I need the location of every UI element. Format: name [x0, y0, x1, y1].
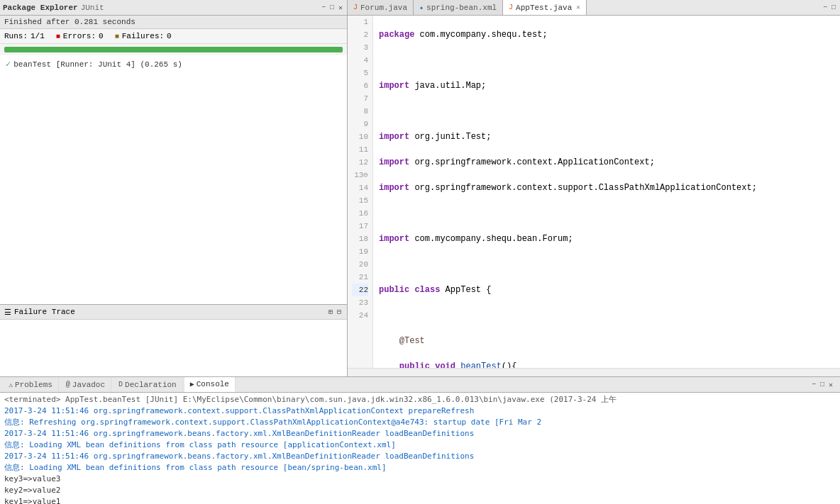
editor-scrollbar-h[interactable]: [348, 368, 840, 376]
code-line-14: public void beanTest(){: [379, 360, 834, 368]
java-file-icon-1: J: [353, 4, 358, 11]
editor-maximize-icon[interactable]: □: [830, 3, 837, 12]
bottom-panel: ⚠ Problems @ Javadoc D Declaration ▶ Con…: [0, 376, 840, 504]
console-line-6: 信息: Loading XML bean definitions from cl…: [4, 462, 836, 474]
code-line-12: [379, 309, 834, 322]
xml-file-icon: ✦: [419, 4, 424, 12]
code-line-8: [379, 207, 834, 220]
tab-apptest-label: AppTest.java: [516, 4, 572, 12]
failures-label: Failures:: [122, 32, 164, 40]
ln-21: 21: [352, 271, 368, 284]
editor-minimize-icon[interactable]: −: [822, 3, 829, 12]
tab-declaration[interactable]: D Declaration: [113, 377, 183, 392]
maximize-icon[interactable]: □: [328, 3, 336, 13]
ln-2: 2: [352, 28, 368, 41]
console-icon: ▶: [190, 380, 194, 388]
ln-6: 6: [352, 79, 368, 92]
code-line-1: package com.mycompany.shequ.test;: [379, 28, 834, 41]
console-line-3: 2017-3-24 11:51:46 org.springframework.b…: [4, 428, 836, 439]
code-content[interactable]: package com.mycompany.shequ.test; import…: [373, 16, 840, 368]
failure-trace-more-icon[interactable]: ⊟: [336, 307, 343, 317]
failure-icon: ■: [115, 33, 119, 40]
ln-23: 23: [352, 296, 368, 309]
failure-trace-icon: ☰: [4, 308, 11, 317]
code-line-5: import org.junit.Test;: [379, 130, 834, 143]
failures-value: 0: [167, 32, 172, 40]
runs-label: Runs:: [4, 32, 28, 40]
left-panel-header: Package Explorer JUnit − □ ✕: [0, 0, 347, 16]
junit-status: Finished after 0.281 seconds: [0, 16, 347, 29]
tab-problems[interactable]: ⚠ Problems: [3, 377, 59, 392]
main-area: Package Explorer JUnit − □ ✕ Finished af…: [0, 0, 840, 376]
java-file-icon-2: J: [509, 4, 513, 11]
tab-javadoc[interactable]: @ Javadoc: [60, 377, 111, 392]
errors-value: 0: [99, 32, 104, 40]
ln-10: 10: [352, 130, 368, 143]
junit-tab[interactable]: JUnit: [81, 4, 104, 12]
ln-18: 18: [352, 233, 368, 245]
close-left-icon[interactable]: ✕: [337, 3, 344, 13]
ln-4: 4: [352, 54, 368, 67]
ln-17: 17: [352, 220, 368, 233]
panel-header-icons: − □ ✕: [320, 3, 344, 13]
tab-javadoc-label: Javadoc: [72, 381, 105, 389]
bottom-tabs-bar: ⚠ Problems @ Javadoc D Declaration ▶ Con…: [0, 377, 840, 393]
console-maximize-icon[interactable]: □: [819, 380, 826, 390]
tab-console-label: Console: [197, 380, 229, 388]
failure-trace-label: Failure Trace: [14, 308, 75, 316]
console-line-8: key2=>value2: [4, 485, 836, 496]
code-line-7: import org.springframework.context.suppo…: [379, 181, 834, 194]
failure-trace-expand-icon[interactable]: ⊞: [327, 307, 334, 317]
test-item[interactable]: ✓ beanTest [Runner: JUnit 4] (0.265 s): [0, 57, 347, 72]
console-minimize-icon[interactable]: −: [810, 380, 817, 390]
ln-16: 16: [352, 207, 368, 220]
ln-13: 13⊖: [352, 169, 368, 181]
error-icon: ■: [56, 33, 60, 40]
runs-stat: Runs: 1/1: [4, 32, 45, 40]
progress-bar-fill: [4, 47, 343, 52]
test-label: beanTest [Runner: JUnit 4] (0.265 s): [13, 60, 182, 69]
failures-stat: ■ Failures: 0: [115, 32, 172, 40]
package-explorer-tab[interactable]: Package Explorer: [3, 4, 78, 12]
console-close-icon[interactable]: ✕: [827, 380, 834, 390]
tab-forum-java[interactable]: J Forum.java: [348, 0, 414, 15]
line-numbers: 1 2 3 4 5 6 7 8 9 10 11 12 13⊖ 14 15 16 …: [348, 16, 373, 368]
code-line-13: @Test: [379, 335, 834, 347]
tab-spring-bean-xml[interactable]: ✦ spring-bean.xml: [414, 0, 503, 15]
editor-area: 1 2 3 4 5 6 7 8 9 10 11 12 13⊖ 14 15 16 …: [348, 16, 840, 368]
runs-value: 1/1: [31, 32, 45, 40]
tab-spring-bean-label: spring-bean.xml: [426, 4, 497, 12]
ln-24: 24: [352, 309, 368, 322]
junit-stats: Runs: 1/1 ■ Errors: 0 ■ Failures: 0: [0, 29, 347, 44]
editor-tabs-bar: J Forum.java ✦ spring-bean.xml J AppTest…: [348, 0, 840, 16]
ln-9: 9: [352, 118, 368, 130]
tab-apptest-java[interactable]: J AppTest.java ✕: [503, 0, 587, 15]
javadoc-icon: @: [66, 381, 70, 388]
ln-12: 12: [352, 156, 368, 169]
code-line-10: [379, 258, 834, 271]
ln-11: 11: [352, 143, 368, 156]
tab-forum-label: Forum.java: [360, 4, 407, 12]
ln-14: 14: [352, 181, 368, 194]
declaration-icon: D: [118, 381, 123, 388]
console-line-5: 2017-3-24 11:51:46 org.springframework.b…: [4, 451, 836, 462]
ln-8: 8: [352, 105, 368, 118]
console-line-0: <terminated> AppTest.beanTest [JUnit] E:…: [4, 394, 836, 405]
code-line-6: import org.springframework.context.Appli…: [379, 156, 834, 169]
code-line-3: import java.util.Map;: [379, 79, 834, 92]
code-line-4: [379, 105, 834, 118]
minimize-icon[interactable]: −: [320, 3, 327, 13]
console-area: <terminated> AppTest.beanTest [JUnit] E:…: [0, 393, 840, 504]
ln-5: 5: [352, 67, 368, 79]
ln-22: 22: [352, 284, 368, 296]
errors-stat: ■ Errors: 0: [56, 32, 104, 40]
failure-trace-body: [0, 320, 347, 376]
console-line-2: 信息: Refreshing org.springframework.conte…: [4, 417, 836, 428]
tab-console[interactable]: ▶ Console: [184, 377, 236, 392]
console-line-7: key3=>value3: [4, 474, 836, 485]
code-line-2: [379, 54, 834, 67]
tab-problems-label: Problems: [15, 381, 52, 389]
left-panel: Package Explorer JUnit − □ ✕ Finished af…: [0, 0, 348, 376]
tab-close-icon[interactable]: ✕: [576, 4, 580, 11]
code-line-11: public class AppTest {: [379, 284, 834, 296]
